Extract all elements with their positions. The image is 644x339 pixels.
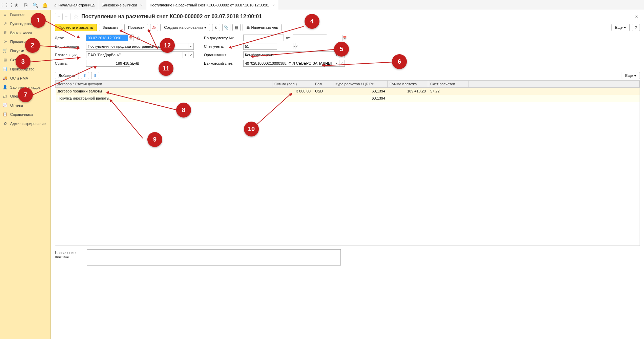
apps-icon[interactable]: ⋮⋮⋮ [2, 0, 12, 10]
doc-from-field[interactable] [293, 35, 342, 41]
back-button[interactable]: ← [55, 13, 63, 20]
forward-button[interactable]: → [63, 13, 70, 20]
doc-from-input[interactable]: 📅 [293, 35, 327, 41]
sidebar-label: Покупки [10, 49, 24, 53]
doc-num-label: По документу №: [204, 36, 241, 40]
chevron-down-icon[interactable]: ▾ [183, 52, 188, 58]
move-up-button[interactable]: ⬆ [81, 72, 89, 79]
post-button[interactable]: Провести [124, 24, 148, 31]
sidebar-label: Продажи [10, 40, 26, 44]
sidebar-item-os-nma[interactable]: 🚚ОС и НМА [0, 73, 50, 83]
date-input-wrap[interactable]: 📅 [86, 35, 133, 41]
toolbar: Провести и закрыть Записать Провести Дт … [55, 24, 640, 31]
annotation-arrow-head [251, 55, 254, 59]
create-based-button[interactable]: Создать на основании ▾ [160, 24, 210, 31]
tab-label: Начальная страница [59, 3, 95, 7]
cell-account[interactable]: 57.22 [428, 88, 469, 95]
close-doc-button[interactable]: × [633, 14, 640, 19]
footer: Назначение платежа: [55, 249, 640, 266]
truck-icon: 🚚 [3, 76, 7, 80]
favorite-icon[interactable]: ☆ [73, 13, 79, 20]
tab-receipt[interactable]: Поступление на расчетный счет КС00-00000… [146, 0, 278, 10]
post-close-button[interactable]: Провести и закрыть [55, 24, 97, 31]
bank-account-field[interactable] [244, 60, 334, 66]
payer-input[interactable]: ▾ ⤢ [86, 51, 194, 58]
more-button[interactable]: Еще ▾ [611, 24, 630, 31]
open-icon[interactable]: ⤢ [188, 52, 193, 58]
annotation-bubble-4: 4 [305, 14, 319, 29]
sum-input[interactable]: ▦ [86, 60, 130, 67]
col-account[interactable]: Счет расчетов [428, 81, 469, 88]
bag-icon: 🛍 [3, 40, 7, 44]
col-sum-val[interactable]: Сумма (вал.) [272, 81, 313, 88]
sum-label: Сумма: [55, 61, 84, 65]
account-input[interactable]: ▾ ⤢ [243, 43, 277, 50]
tab-bank-statements[interactable]: Банковские выписки × [98, 0, 146, 10]
sidebar-label: Отчеты [10, 103, 23, 107]
page-title: Поступление на расчетный счет КС00-00000… [81, 14, 262, 20]
cell-currency[interactable]: USD [313, 88, 333, 95]
header-row: ← → ☆ Поступление на расчетный счет КС00… [55, 13, 640, 20]
save-button[interactable]: Записать [99, 24, 122, 31]
gear-icon: ✿ [3, 121, 7, 126]
dt-kt-button[interactable]: Дт [150, 24, 158, 31]
sum-field[interactable] [86, 60, 136, 66]
dt-icon: Дт [3, 94, 7, 98]
move-down-button[interactable]: ⬇ [91, 72, 99, 79]
col-contract[interactable]: Договор / Статья доходов [56, 81, 272, 88]
table: Договор / Статья доходов Сумма (вал.) Ва… [55, 80, 640, 102]
star-icon[interactable]: ★ [12, 0, 21, 10]
cell-sum-val[interactable] [272, 95, 313, 102]
print-check-button[interactable]: 🖶 Напечатать чек [243, 24, 282, 31]
cell-payment[interactable] [388, 95, 428, 102]
operation-type-input[interactable]: ▾ [86, 43, 194, 50]
annotation-arrow-head [322, 64, 325, 67]
chevron-down-icon[interactable]: ▾ [188, 43, 193, 49]
cell-rate[interactable]: 63,1394 [333, 95, 388, 102]
search-icon[interactable]: 🔍 [30, 0, 40, 10]
close-icon[interactable]: × [272, 3, 274, 7]
cell-payment[interactable]: 189 418,20 [388, 88, 428, 95]
close-icon[interactable]: × [140, 3, 142, 7]
purpose-textarea[interactable] [87, 249, 341, 266]
add-row-button[interactable]: Добавить [55, 72, 79, 79]
cell-contract[interactable]: Договор продажи валюты [56, 88, 272, 95]
open-icon[interactable]: ⤢ [295, 43, 298, 49]
open-icon[interactable]: ⤢ [339, 60, 345, 66]
help-button[interactable]: ? [632, 24, 640, 31]
table-row[interactable]: Договор продажи валюты 3 000,00 USD 63,1… [56, 88, 640, 95]
sidebar-item-reference[interactable]: 📋Справочники [0, 110, 50, 119]
topbar: ⋮⋮⋮ ★ ⎘ 🔍 🔔 ⌂ Начальная страница Банковс… [0, 0, 644, 10]
account-field[interactable] [244, 43, 293, 49]
sidebar-item-admin[interactable]: ✿Администрирование [0, 119, 50, 128]
attach-button[interactable]: 📎 [222, 24, 230, 31]
table-row[interactable]: Покупка иностранной валюты 63,1394 [56, 95, 640, 102]
person-icon: 👤 [3, 85, 7, 89]
schema-button[interactable]: ⎋ [212, 24, 220, 31]
sidebar-label: ОС и НМА [10, 76, 28, 80]
cell-contract[interactable]: Покупка иностранной валюты [56, 95, 272, 102]
annotation-bubble-2: 2 [25, 38, 40, 53]
col-currency[interactable]: Вал. [313, 81, 333, 88]
home-icon: ⌂ [54, 3, 57, 7]
book-icon: 📋 [3, 112, 7, 116]
doc-from-label: от: [286, 36, 291, 40]
table-more-button[interactable]: Еще ▾ [622, 72, 640, 79]
sidebar-item-bank[interactable]: ₽Банк и касса [0, 28, 50, 37]
annotation-bubble-8: 8 [176, 103, 191, 118]
calendar-icon[interactable]: 📅 [342, 35, 347, 41]
cell-rate[interactable]: 63,1394 [333, 88, 388, 95]
col-payment[interactable]: Сумма платежа [388, 81, 428, 88]
bars-icon: 📈 [3, 103, 7, 107]
main: ← → ☆ Поступление на расчетный счет КС00… [51, 10, 644, 339]
cell-account[interactable] [428, 95, 469, 102]
annotation-bubble-7: 7 [18, 87, 33, 102]
date-input[interactable] [86, 35, 128, 41]
chart-icon: ↗ [3, 21, 7, 26]
bell-icon[interactable]: 🔔 [40, 0, 49, 10]
tab-home[interactable]: ⌂ Начальная страница [51, 0, 98, 10]
report-button[interactable]: ▤ [232, 24, 241, 31]
clipboard-icon[interactable]: ⎘ [21, 0, 30, 10]
cell-currency[interactable] [313, 95, 333, 102]
col-rate[interactable]: Курс расчетов / ЦБ РФ [333, 81, 388, 88]
